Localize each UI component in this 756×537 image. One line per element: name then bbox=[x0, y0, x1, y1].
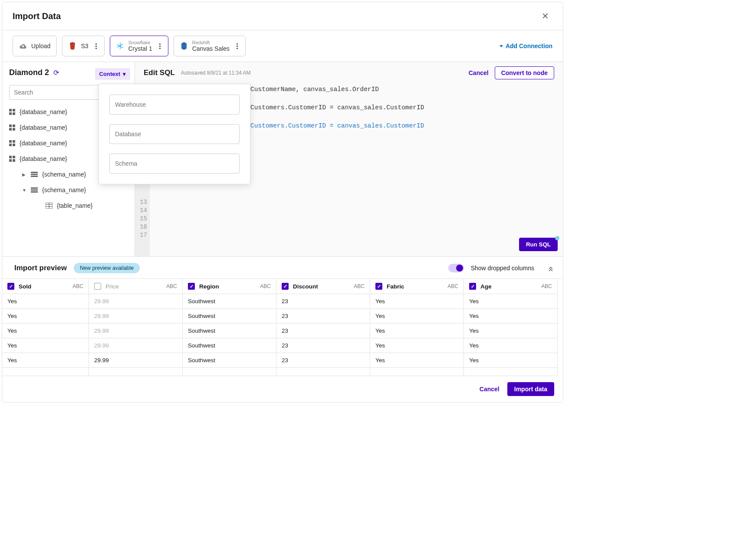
svg-rect-5 bbox=[13, 124, 15, 127]
new-preview-pill[interactable]: New preview available bbox=[74, 263, 140, 273]
table-cell bbox=[2, 368, 89, 376]
column-type: ABC bbox=[260, 283, 271, 289]
s3-icon bbox=[69, 42, 76, 50]
table-cell: Southwest bbox=[183, 324, 276, 338]
column-header[interactable]: ✓ Sold ABC bbox=[2, 279, 89, 294]
svg-rect-21 bbox=[31, 191, 38, 193]
table-icon bbox=[46, 203, 53, 209]
svg-rect-7 bbox=[13, 128, 15, 131]
chevron-down-icon: ▼ bbox=[22, 188, 26, 193]
checkbox-icon[interactable]: ✓ bbox=[7, 283, 14, 290]
dialog-footer: Cancel Import data bbox=[2, 376, 563, 402]
svg-rect-11 bbox=[13, 144, 15, 146]
column-name: Discount bbox=[293, 283, 318, 290]
tree-table[interactable]: {table_name} bbox=[9, 198, 128, 213]
import-data-button[interactable]: Import data bbox=[507, 382, 554, 396]
table-cell: Yes bbox=[370, 294, 464, 309]
column-header[interactable]: ✓ Discount ABC bbox=[276, 279, 370, 294]
svg-rect-1 bbox=[13, 109, 15, 111]
schema-icon bbox=[31, 172, 38, 177]
source-redshift-button[interactable]: Redshift Canvas Sales bbox=[174, 36, 246, 56]
column-type: ABC bbox=[541, 283, 552, 289]
table-cell bbox=[276, 368, 370, 376]
refresh-icon[interactable]: ⟳ bbox=[53, 69, 59, 77]
warehouse-input[interactable] bbox=[109, 95, 240, 115]
table-cell: 29.99 bbox=[89, 309, 183, 324]
checkbox-icon[interactable]: ✓ bbox=[188, 283, 195, 290]
editor-cancel-button[interactable]: Cancel bbox=[469, 69, 489, 76]
svg-rect-15 bbox=[13, 159, 15, 162]
schema-input[interactable] bbox=[109, 154, 240, 174]
show-dropped-label: Show dropped columns bbox=[471, 265, 534, 272]
snowflake-icon bbox=[116, 42, 124, 50]
table-cell: 29.99 bbox=[89, 353, 183, 368]
more-icon[interactable] bbox=[95, 43, 98, 49]
autosave-text: Autosaved 8/9/21 at 11:34 AM bbox=[181, 70, 251, 76]
collapse-icon[interactable] bbox=[547, 265, 554, 272]
cloud-upload-icon bbox=[19, 42, 27, 50]
source-upload-button[interactable]: Upload bbox=[13, 36, 57, 56]
checkbox-icon[interactable]: ✓ bbox=[375, 283, 382, 290]
checkbox-icon[interactable]: ✓ bbox=[469, 283, 476, 290]
source-bar: Upload S3 Snowflake Crystal 1 Red bbox=[2, 30, 563, 62]
table-cell: Yes bbox=[2, 309, 89, 324]
caret-down-icon: ▾ bbox=[123, 71, 126, 77]
source-s3-button[interactable]: S3 bbox=[62, 36, 104, 56]
redshift-icon bbox=[180, 42, 188, 50]
convert-to-node-button[interactable]: Convert to node bbox=[495, 66, 554, 79]
column-header[interactable]: Price ABC bbox=[89, 279, 183, 294]
editor-title: Edit SQL bbox=[144, 69, 175, 77]
context-popover bbox=[99, 84, 250, 184]
tree-schema[interactable]: ▼ {schema_name} bbox=[9, 182, 128, 198]
table-cell: Yes bbox=[464, 353, 558, 368]
svg-rect-13 bbox=[13, 156, 15, 158]
schema-icon bbox=[31, 187, 38, 193]
table-cell: Yes bbox=[370, 353, 464, 368]
checkbox-icon[interactable]: ✓ bbox=[282, 283, 289, 290]
table-cell: Yes bbox=[464, 338, 558, 353]
context-button[interactable]: Context ▾ bbox=[95, 68, 130, 80]
source-snowflake-button[interactable]: Snowflake Crystal 1 bbox=[110, 36, 168, 56]
svg-rect-3 bbox=[13, 112, 15, 115]
database-icon bbox=[9, 140, 15, 146]
svg-rect-10 bbox=[9, 144, 12, 146]
svg-rect-18 bbox=[31, 176, 38, 177]
checkbox-icon[interactable] bbox=[94, 283, 101, 290]
table-cell: Southwest bbox=[183, 309, 276, 324]
table-cell: Yes bbox=[464, 294, 558, 309]
svg-rect-20 bbox=[31, 190, 38, 191]
footer-cancel-button[interactable]: Cancel bbox=[480, 386, 500, 393]
table-cell: 23 bbox=[276, 294, 370, 309]
show-dropped-toggle[interactable] bbox=[448, 264, 464, 272]
database-input[interactable] bbox=[109, 124, 240, 144]
table-cell: Yes bbox=[464, 324, 558, 338]
dialog-header: Import Data ✕ bbox=[2, 2, 563, 30]
column-header[interactable]: ✓ Age ABC bbox=[464, 279, 558, 294]
add-connection-button[interactable]: Add Connection bbox=[500, 43, 552, 49]
table-cell: Yes bbox=[464, 309, 558, 324]
run-sql-button[interactable]: Run SQL bbox=[519, 238, 558, 251]
column-header[interactable]: ✓ Fabric ABC bbox=[370, 279, 464, 294]
column-type: ABC bbox=[72, 283, 83, 289]
more-icon[interactable] bbox=[159, 43, 162, 49]
database-icon bbox=[9, 109, 15, 115]
column-type: ABC bbox=[354, 283, 365, 289]
column-name: Region bbox=[199, 283, 219, 290]
svg-rect-6 bbox=[9, 128, 12, 131]
table-cell: Southwest bbox=[183, 338, 276, 353]
code-line: ON Customers.CustomerID = canvas_sales.C… bbox=[239, 122, 424, 130]
svg-rect-0 bbox=[9, 109, 12, 111]
column-type: ABC bbox=[447, 283, 458, 289]
more-icon[interactable] bbox=[237, 43, 239, 49]
close-icon[interactable]: ✕ bbox=[538, 9, 552, 23]
svg-rect-19 bbox=[31, 187, 38, 189]
source-s3-label: S3 bbox=[81, 43, 88, 49]
preview-table: ✓ Sold ABC Price ABC ✓ Region ABC ✓ Disc… bbox=[2, 278, 563, 376]
column-header[interactable]: ✓ Region ABC bbox=[183, 279, 276, 294]
table-cell: 23 bbox=[276, 324, 370, 338]
table-cell: 23 bbox=[276, 353, 370, 368]
svg-rect-8 bbox=[9, 140, 12, 143]
table-cell: Yes bbox=[370, 324, 464, 338]
table-cell: 23 bbox=[276, 309, 370, 324]
code-line: 20.CustomerName, canvas_sales.OrderID bbox=[239, 85, 379, 94]
